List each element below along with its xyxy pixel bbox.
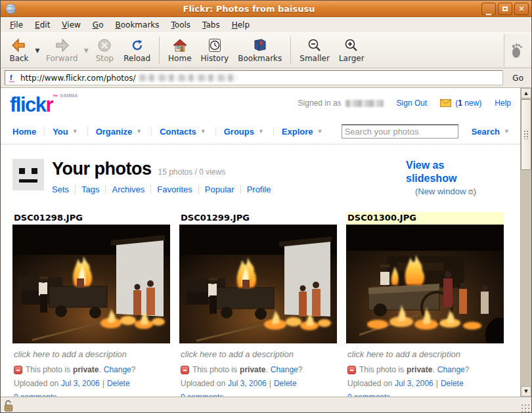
explore-dropdown-caret[interactable]: ▼ (316, 128, 324, 135)
window-title: Flickr: Photos from baisusu (16, 4, 481, 14)
history-button[interactable]: History (196, 34, 234, 66)
menu-bookmarks[interactable]: Bookmarks (110, 18, 164, 32)
larger-button[interactable]: Larger (334, 34, 369, 66)
stop-button[interactable]: Stop (90, 34, 119, 66)
page-subnav: Sets Tags Archives Favorites Popular Pro… (52, 185, 406, 194)
forward-dropdown-caret[interactable]: ▼ (82, 34, 90, 66)
new-window-icon: ⧉ (468, 188, 474, 196)
photo-thumbnail[interactable] (346, 225, 504, 343)
photo-card: DSC01298.JPG (12, 212, 170, 397)
photo-thumbnail[interactable] (179, 225, 337, 343)
nav-home[interactable]: Home (12, 127, 36, 137)
session-bar: Signed in as Sign Out (1 new) Help (298, 95, 511, 108)
privacy-row: This photo is private. Change? (12, 365, 170, 374)
unlocked-padlock-icon (3, 400, 14, 412)
private-icon (14, 366, 22, 374)
menu-file[interactable]: File (5, 18, 28, 32)
forward-button[interactable]: Forward (41, 34, 82, 66)
back-button[interactable]: Back (5, 34, 33, 66)
sign-out-link[interactable]: Sign Out (397, 98, 428, 108)
status-bar (1, 397, 531, 413)
titlebar[interactable]: Flickr: Photos from baisusu ▁ ✕ (1, 1, 531, 17)
photo-card: DSC01299.JPG (179, 212, 337, 397)
groups-dropdown-caret[interactable]: ▼ (257, 128, 265, 135)
menu-go[interactable]: Go (87, 18, 109, 32)
home-button[interactable]: Home (164, 34, 196, 66)
new-mail-link[interactable]: (1 new) (455, 98, 481, 108)
buddy-icon[interactable] (12, 159, 44, 190)
nav-groups[interactable]: Groups (224, 127, 254, 137)
change-privacy-link[interactable]: Change (437, 365, 465, 374)
maximize-button[interactable] (498, 3, 512, 15)
delete-link[interactable]: Delete (107, 379, 130, 388)
search-dropdown-caret[interactable]: ▼ (502, 128, 511, 135)
view-as-slideshow-link[interactable]: View as slideshow (406, 159, 478, 185)
description-prompt[interactable]: click here to add a description (179, 349, 337, 359)
you-dropdown-caret[interactable]: ▼ (71, 128, 79, 135)
change-privacy-link[interactable]: Change (104, 365, 131, 374)
signed-in-label: Signed in as (298, 98, 342, 108)
svg-text:f: f (10, 74, 12, 81)
description-prompt[interactable]: click here to add a description (12, 349, 170, 359)
upload-date-link[interactable]: Jul 3, 2006 (61, 379, 100, 388)
url-bar: f http://www.flickr.com/photos/ Go (1, 68, 531, 88)
menu-edit[interactable]: Edit (30, 18, 55, 32)
link-sets[interactable]: Sets (52, 185, 69, 194)
zoom-in-icon (344, 38, 359, 53)
photo-title[interactable]: DSC01298.JPG (12, 212, 170, 225)
nav-organize[interactable]: Organize (96, 127, 133, 137)
scrollbar-thumb[interactable] (521, 99, 531, 170)
resize-grip[interactable] (521, 404, 530, 413)
reload-icon (130, 38, 144, 53)
link-tags[interactable]: Tags (81, 185, 99, 194)
delete-link[interactable]: Delete (274, 379, 297, 388)
vertical-scrollbar[interactable]: ▲ ▼ (520, 88, 531, 397)
zoom-out-icon (307, 38, 322, 53)
photo-title[interactable]: DSC01300.JPG (346, 212, 504, 225)
stop-icon (97, 38, 112, 53)
help-link[interactable]: Help (495, 98, 511, 108)
go-button[interactable]: Go (508, 72, 527, 84)
link-popular[interactable]: Popular (205, 185, 234, 194)
back-dropdown-caret[interactable]: ▼ (33, 34, 41, 66)
scroll-up-button[interactable]: ▲ (521, 88, 531, 98)
search-input[interactable] (342, 124, 458, 139)
throbber (504, 34, 529, 66)
menu-view[interactable]: View (56, 18, 85, 32)
link-profile[interactable]: Profile (247, 185, 271, 194)
scroll-down-button[interactable]: ▼ (521, 386, 531, 397)
smaller-button[interactable]: Smaller (295, 34, 334, 66)
bookmarks-button[interactable]: Bookmarks (233, 34, 286, 66)
close-button[interactable]: ✕ (514, 3, 529, 15)
flickr-logo[interactable]: flickr™ GAMMA (10, 95, 58, 115)
nav-explore[interactable]: Explore (282, 127, 313, 137)
search-button[interactable]: Search (472, 127, 500, 137)
slideshow-block: View as slideshow (New window ⧉) (406, 159, 511, 196)
delete-link[interactable]: Delete (441, 379, 464, 388)
new-window-link[interactable]: New window (418, 186, 466, 196)
link-favorites[interactable]: Favorites (157, 185, 192, 194)
photo-stats: 15 photos / 0 views (158, 167, 225, 177)
mail-icon[interactable] (440, 99, 451, 107)
photo-thumbnail[interactable] (12, 225, 170, 343)
link-archives[interactable]: Archives (112, 185, 144, 194)
upload-date-link[interactable]: Jul 3, 2006 (228, 379, 267, 388)
menu-tools[interactable]: Tools (166, 18, 196, 32)
globe-window-icon (5, 3, 16, 14)
nav-you[interactable]: You (53, 127, 68, 137)
menu-tabs[interactable]: Tabs (197, 18, 225, 32)
photo-title[interactable]: DSC01299.JPG (179, 212, 337, 225)
back-arrow-icon (11, 38, 27, 53)
username-redacted (345, 100, 384, 107)
nav-contacts[interactable]: Contacts (160, 127, 196, 137)
reload-button[interactable]: Reload (119, 34, 155, 66)
description-prompt[interactable]: click here to add a description (346, 349, 504, 359)
minimize-button[interactable]: ▁ (481, 3, 496, 15)
change-privacy-link[interactable]: Change (271, 365, 298, 374)
contacts-dropdown-caret[interactable]: ▼ (199, 128, 208, 135)
organize-dropdown-caret[interactable]: ▼ (135, 128, 143, 135)
address-input[interactable]: f http://www.flickr.com/photos/ (5, 70, 503, 85)
privacy-row: This photo is private. Change? (179, 365, 337, 374)
menu-help[interactable]: Help (227, 18, 255, 32)
upload-date-link[interactable]: Jul 3, 2006 (395, 379, 433, 388)
